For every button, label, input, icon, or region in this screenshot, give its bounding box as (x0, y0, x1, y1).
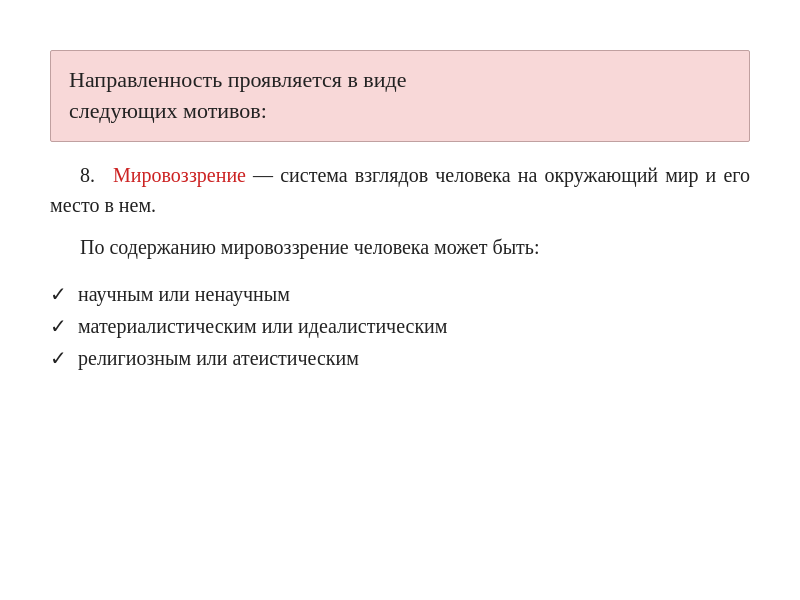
checklist-item-1-text: научным или ненаучным (78, 283, 290, 305)
checklist: научным или ненаучным материалистическим… (50, 278, 750, 374)
checklist-item-2-text: материалистическим или идеалистическим (78, 315, 447, 337)
paragraph-worldview: По содержанию мировоззрение человека мож… (50, 232, 750, 262)
item8-highlighted: Мировоззрение (113, 164, 246, 186)
checklist-item-1: научным или ненаучным (50, 278, 750, 310)
header-line2: следующих мотивов: (69, 98, 267, 123)
content-area: 8.Мировоззрение — система взглядов челов… (50, 160, 750, 374)
header-text: Направленность проявляется в виде следую… (69, 65, 731, 127)
checklist-item-3-text: религиозным или атеистическим (78, 347, 359, 369)
header-box: Направленность проявляется в виде следую… (50, 50, 750, 142)
header-line1: Направленность проявляется в виде (69, 67, 406, 92)
checklist-item-2: материалистическим или идеалистическим (50, 310, 750, 342)
paragraph-item8: 8.Мировоззрение — система взглядов челов… (50, 160, 750, 220)
checklist-item-3: религиозным или атеистическим (50, 342, 750, 374)
item8-number: 8. (80, 164, 95, 186)
slide-container: Направленность проявляется в виде следую… (20, 30, 780, 570)
